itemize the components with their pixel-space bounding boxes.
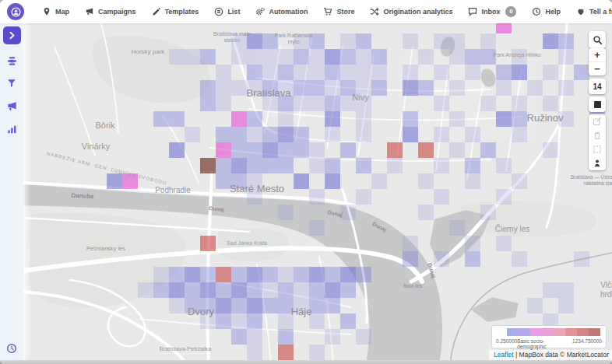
heatmap-cell[interactable] (294, 65, 309, 80)
heatmap-cell[interactable] (418, 49, 434, 65)
heatmap-cell[interactable] (294, 80, 309, 96)
heatmap-cell[interactable] (449, 49, 465, 65)
heatmap-cell[interactable] (356, 111, 371, 127)
map-canvas[interactable]: Bratislava main stationPark Račianske mý… (23, 23, 612, 364)
heatmap-cell[interactable] (200, 267, 216, 282)
heatmap-cell[interactable] (309, 220, 325, 236)
heatmap-cell[interactable] (543, 96, 558, 111)
heatmap-cell[interactable] (512, 173, 527, 189)
heatmap-cell[interactable] (527, 80, 543, 96)
heatmap-cell[interactable] (434, 158, 449, 173)
heatmap-cell[interactable] (309, 33, 325, 49)
heatmap-cell[interactable] (185, 49, 200, 65)
heatmap-cell[interactable] (403, 80, 418, 96)
heatmap-cell[interactable] (558, 49, 574, 65)
heatmap-cell[interactable] (216, 298, 231, 313)
heatmap-cell[interactable] (216, 127, 231, 142)
heatmap-cell[interactable] (247, 65, 262, 80)
heatmap-cell[interactable] (465, 173, 480, 189)
heatmap-cell[interactable] (325, 127, 340, 142)
heatmap-cell[interactable] (340, 205, 356, 220)
filter-button[interactable] (5, 77, 18, 89)
heatmap-cell[interactable] (309, 158, 325, 173)
nav-item-tell-a-friend[interactable]: Tell a friend (568, 0, 612, 23)
heatmap-cell[interactable] (418, 205, 434, 220)
heatmap-cell[interactable] (200, 80, 216, 96)
heatmap-cell[interactable] (325, 267, 340, 282)
heatmap-cell[interactable] (262, 282, 278, 298)
app-logo[interactable] (7, 3, 24, 20)
heatmap-cell[interactable] (278, 111, 294, 127)
nav-item-templates[interactable]: Templates (144, 0, 207, 23)
heatmap-cell[interactable] (278, 267, 294, 282)
heatmap-cell[interactable] (403, 33, 418, 49)
heatmap-cell[interactable] (356, 267, 371, 282)
heatmap-cell[interactable] (527, 298, 543, 313)
heatmap-cell[interactable] (200, 236, 216, 251)
heatmap-cell[interactable] (169, 142, 185, 158)
heatmap-cell[interactable] (325, 111, 340, 127)
heatmap-cell[interactable] (543, 282, 558, 298)
heatmap-cell[interactable] (325, 65, 340, 80)
heatmap-cell[interactable] (418, 80, 434, 96)
heatmap-cell[interactable] (387, 158, 403, 173)
heatmap-cell[interactable] (294, 142, 309, 158)
heatmap-cell[interactable] (512, 251, 527, 267)
heatmap-cell[interactable] (340, 267, 356, 282)
heatmap-cell[interactable] (325, 80, 340, 96)
heatmap-cell[interactable] (278, 345, 294, 360)
edit-selection-button[interactable] (589, 114, 606, 128)
heatmap-cell[interactable] (340, 49, 356, 65)
history-button[interactable] (5, 342, 18, 355)
heatmap-cell[interactable] (262, 158, 278, 173)
heatmap-cell[interactable] (200, 96, 216, 111)
heatmap-cell[interactable] (216, 313, 231, 329)
select-area-button[interactable] (589, 142, 606, 156)
heatmap-cell[interactable] (309, 96, 325, 111)
heatmap-cell[interactable] (434, 127, 449, 142)
heatmap-cell[interactable] (403, 65, 418, 80)
heatmap-cell[interactable] (169, 298, 185, 313)
heatmap-cell[interactable] (356, 329, 371, 345)
heatmap-cell[interactable] (496, 158, 512, 173)
heatmap-cell[interactable] (356, 96, 371, 111)
heatmap-cell[interactable] (309, 345, 325, 360)
heatmap-cell[interactable] (231, 49, 247, 65)
heatmap-cell[interactable] (418, 173, 434, 189)
heatmap-cell[interactable] (231, 298, 247, 313)
heatmap-cell[interactable] (325, 49, 340, 65)
heatmap-cell[interactable] (325, 329, 340, 345)
heatmap-cell[interactable] (169, 49, 185, 65)
heatmap-cell[interactable] (465, 127, 480, 142)
heatmap-cell[interactable] (480, 96, 496, 111)
heatmap-cell[interactable] (480, 142, 496, 158)
heatmap-cell[interactable] (200, 298, 216, 313)
heatmap-cell[interactable] (558, 80, 574, 96)
heatmap-cell[interactable] (309, 80, 325, 96)
heatmap-cell[interactable] (247, 345, 262, 360)
heatmap-cell[interactable] (356, 49, 371, 65)
heatmap-cell[interactable] (247, 33, 262, 49)
heatmap-cell[interactable] (449, 33, 465, 49)
heatmap-cell[interactable] (480, 33, 496, 49)
heatmap-cell[interactable] (247, 267, 262, 282)
heatmap-cell[interactable] (278, 127, 294, 142)
heatmap-cell[interactable] (340, 142, 356, 158)
heatmap-cell[interactable] (309, 313, 325, 329)
draw-region-button[interactable] (589, 96, 606, 112)
heatmap-cell[interactable] (496, 23, 512, 33)
heatmap-cell[interactable] (231, 313, 247, 329)
heatmap-cell[interactable] (309, 65, 325, 80)
heatmap-cell[interactable] (512, 96, 527, 111)
heatmap-cell[interactable] (356, 158, 371, 173)
heatmap-cell[interactable] (434, 96, 449, 111)
heatmap-cell[interactable] (185, 282, 200, 298)
heatmap-cell[interactable] (247, 329, 262, 345)
heatmap-cell[interactable] (278, 96, 294, 111)
heatmap-cell[interactable] (231, 33, 247, 49)
heatmap-cell[interactable] (262, 96, 278, 111)
heatmap-cell[interactable] (262, 33, 278, 49)
heatmap-cell[interactable] (387, 142, 403, 158)
heatmap-cell[interactable] (278, 298, 294, 313)
heatmap-cell[interactable] (247, 189, 262, 205)
